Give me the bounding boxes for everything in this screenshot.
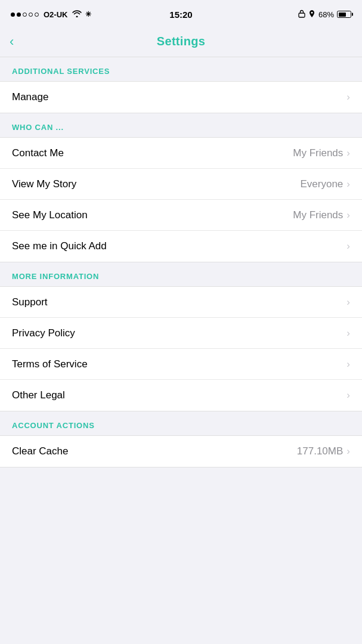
activity-icon: ✳ [85, 10, 91, 18]
list-item-value-clear-cache: 177.10MB [297, 445, 344, 457]
list-item-right-contact-me: My Friends› [293, 147, 350, 159]
list-item-right-other-legal: › [346, 389, 350, 401]
list-item-right-manage: › [346, 91, 350, 103]
section-header-more-information: MORE INFORMATION [0, 262, 362, 286]
section-header-additional-services: ADDITIONAL SERVICES [0, 57, 362, 81]
list-item-right-view-my-story: Everyone› [301, 178, 351, 190]
dot-4 [29, 13, 33, 17]
section-header-account-actions: ACCOUNT ACTIONS [0, 411, 362, 435]
lock-icon [298, 10, 305, 20]
list-item-terms-of-service[interactable]: Terms of Service› [0, 349, 362, 380]
signal-dots [11, 13, 39, 17]
list-item-label-see-me-in-quick-add: See me in Quick Add [12, 240, 107, 252]
carrier-name: O2-UK [44, 10, 67, 19]
list-item-label-other-legal: Other Legal [12, 389, 65, 401]
list-item-value-view-my-story: Everyone [301, 178, 344, 190]
location-icon [308, 10, 315, 20]
list-item-privacy-policy[interactable]: Privacy Policy› [0, 318, 362, 349]
chevron-icon-see-me-in-quick-add: › [346, 240, 350, 252]
status-bar: O2-UK ✳ 15:20 68% [0, 0, 362, 26]
list-item-right-support: › [346, 296, 350, 308]
section-header-who-can: WHO CAN ... [0, 113, 362, 137]
dot-3 [23, 13, 27, 17]
dot-2 [17, 13, 21, 17]
list-more-information: Support›Privacy Policy›Terms of Service›… [0, 286, 362, 411]
list-item-right-privacy-policy: › [346, 327, 350, 339]
list-item-value-see-my-location: My Friends [293, 209, 343, 221]
section-header-text-who-can: WHO CAN ... [12, 123, 64, 132]
list-item-clear-cache[interactable]: Clear Cache177.10MB› [0, 436, 362, 467]
section-header-text-account-actions: ACCOUNT ACTIONS [12, 421, 95, 430]
chevron-icon-see-my-location: › [346, 209, 350, 221]
battery-percent: 68% [318, 10, 334, 19]
list-item-support[interactable]: Support› [0, 287, 362, 318]
chevron-icon-other-legal: › [346, 389, 350, 401]
chevron-icon-clear-cache: › [346, 445, 350, 457]
list-item-label-view-my-story: View My Story [12, 178, 76, 190]
status-bar-time: 15:20 [169, 10, 192, 20]
list-item-right-clear-cache: 177.10MB› [297, 445, 350, 457]
battery-fill [339, 13, 346, 17]
chevron-icon-privacy-policy: › [346, 327, 350, 339]
list-item-label-privacy-policy: Privacy Policy [12, 327, 75, 339]
list-item-see-me-in-quick-add[interactable]: See me in Quick Add› [0, 231, 362, 262]
list-item-label-see-my-location: See My Location [12, 209, 88, 221]
list-item-label-support: Support [12, 296, 48, 308]
battery-indicator [337, 11, 351, 18]
list-item-view-my-story[interactable]: View My StoryEveryone› [0, 169, 362, 200]
list-who-can: Contact MeMy Friends›View My StoryEveryo… [0, 137, 362, 262]
svg-rect-0 [299, 13, 305, 17]
status-bar-left: O2-UK ✳ [11, 10, 91, 19]
back-button[interactable]: ‹ [10, 34, 14, 49]
dot-5 [35, 13, 39, 17]
page-title: Settings [157, 35, 205, 48]
list-account-actions: Clear Cache177.10MB› [0, 435, 362, 467]
list-item-manage[interactable]: Manage› [0, 82, 362, 113]
list-item-see-my-location[interactable]: See My LocationMy Friends› [0, 200, 362, 231]
chevron-icon-view-my-story: › [346, 178, 350, 190]
list-item-contact-me[interactable]: Contact MeMy Friends› [0, 138, 362, 169]
list-additional-services: Manage› [0, 81, 362, 113]
nav-bar: ‹ Settings [0, 26, 362, 57]
section-header-text-more-information: MORE INFORMATION [12, 272, 99, 281]
list-item-right-terms-of-service: › [346, 358, 350, 370]
chevron-icon-manage: › [346, 91, 350, 103]
list-item-label-contact-me: Contact Me [12, 147, 64, 159]
svg-point-1 [311, 11, 313, 13]
list-item-label-clear-cache: Clear Cache [12, 445, 69, 457]
section-header-text-additional-services: ADDITIONAL SERVICES [12, 67, 110, 76]
chevron-icon-support: › [346, 296, 350, 308]
list-item-right-see-my-location: My Friends› [293, 209, 350, 221]
dot-1 [11, 13, 15, 17]
list-item-label-manage: Manage [12, 91, 48, 103]
chevron-icon-contact-me: › [346, 147, 350, 159]
settings-sections: ADDITIONAL SERVICESManage›WHO CAN ...Con… [0, 57, 362, 467]
list-item-label-terms-of-service: Terms of Service [12, 358, 88, 370]
wifi-icon [72, 10, 82, 19]
chevron-icon-terms-of-service: › [346, 358, 350, 370]
list-item-right-see-me-in-quick-add: › [346, 240, 350, 252]
status-bar-right: 68% [298, 10, 351, 20]
list-item-other-legal[interactable]: Other Legal› [0, 380, 362, 411]
battery-icon [337, 11, 351, 18]
list-item-value-contact-me: My Friends [293, 147, 343, 159]
